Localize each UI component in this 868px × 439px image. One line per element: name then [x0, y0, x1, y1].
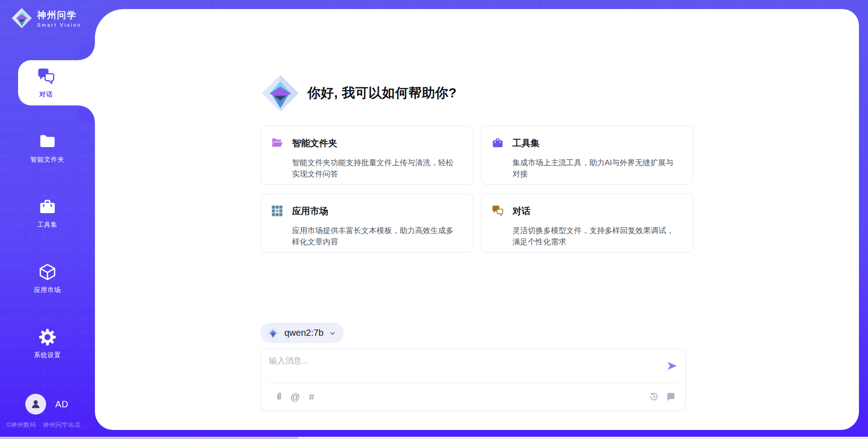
attachment-button[interactable]	[274, 391, 284, 402]
brand-name: 神州问学	[37, 9, 81, 21]
history-icon	[649, 392, 659, 401]
brand-logo: 神州问学 Smart Vision	[11, 7, 81, 29]
card-smart-folder[interactable]: 智能文件夹 智能文件夹功能支持批量文件上传与清洗，轻松实现文件问答	[260, 126, 473, 185]
history-button[interactable]	[648, 391, 659, 402]
briefcase-icon	[38, 197, 57, 216]
folder-open-icon	[271, 137, 283, 149]
greeting-title: 你好, 我可以如何帮助你?	[307, 84, 457, 102]
mention-button[interactable]: @	[290, 391, 301, 402]
card-app-market[interactable]: 应用市场 应用市场提供丰富长文本模板，助力高效生成多样化文章内容	[260, 194, 473, 253]
sidebar-item-label: 系统设置	[34, 351, 61, 359]
card-description: 应用市场提供丰富长文本模板，助力高效生成多样化文章内容	[292, 225, 463, 252]
avatar	[25, 394, 46, 415]
chat-bubbles-icon	[491, 205, 504, 217]
send-icon	[666, 360, 678, 372]
sidebar-item-smart-folder[interactable]: 智能文件夹	[0, 125, 95, 171]
person-icon	[29, 398, 42, 410]
sidebar-item-label: 工具集	[38, 221, 58, 229]
card-description: 智能文件夹功能支持批量文件上传与清洗，轻松实现文件问答	[292, 157, 463, 184]
horizontal-scrollbar	[0, 437, 868, 439]
copyright-text: ©神州数码 · 神州问学出品	[6, 421, 81, 429]
card-title: 工具集	[513, 137, 684, 154]
card-title: 智能文件夹	[292, 137, 463, 154]
paperclip-icon	[274, 392, 284, 401]
chat-bubbles-icon	[37, 67, 56, 86]
brand-diamond-icon	[260, 73, 300, 113]
sidebar-item-label: 智能文件夹	[31, 156, 65, 164]
sidebar-item-label: 对话	[39, 91, 53, 99]
message-input[interactable]	[269, 355, 649, 379]
user-name: AD	[55, 399, 69, 410]
folder-icon	[38, 132, 57, 151]
card-description: 集成市场上主流工具，助力AI与外界无缝扩展与对接	[513, 157, 684, 184]
hash-icon: #	[309, 392, 314, 401]
chevron-down-icon	[329, 329, 336, 337]
model-selector[interactable]: qwen2:7b	[260, 323, 344, 343]
card-description: 灵活切换多模型文件，支持多样回复效果调试，满足个性化需求	[513, 225, 684, 252]
sidebar-item-label: 应用市场	[34, 286, 61, 294]
hashtag-button[interactable]: #	[306, 391, 317, 402]
message-composer: @ #	[260, 348, 686, 411]
sidebar-item-system-settings[interactable]: 系统设置	[0, 321, 95, 366]
mention-icon: @	[290, 392, 300, 401]
sidebar: 神州问学 Smart Vision 对话 智能文件夹	[0, 0, 95, 439]
card-chat[interactable]: 对话 灵活切换多模型文件，支持多样回复效果调试，满足个性化需求	[481, 194, 694, 253]
cube-icon	[38, 262, 57, 282]
greeting-block: 你好, 我可以如何帮助你?	[260, 73, 693, 113]
model-name: qwen2:7b	[284, 328, 324, 338]
feature-cards: 智能文件夹 智能文件夹功能支持批量文件上传与清洗，轻松实现文件问答 工具集 集成…	[260, 126, 693, 253]
brand-subtitle: Smart Vision	[37, 22, 81, 28]
sidebar-item-chat[interactable]: 对话	[18, 60, 95, 105]
card-title: 对话	[513, 205, 684, 222]
grid-cube-icon	[271, 205, 283, 217]
sidebar-nav: 对话 智能文件夹 工具集	[0, 60, 95, 386]
sidebar-item-app-market[interactable]: 应用市场	[0, 256, 95, 301]
quick-phrase-button[interactable]	[665, 391, 676, 402]
send-button[interactable]	[666, 360, 678, 372]
card-toolset[interactable]: 工具集 集成市场上主流工具，助力AI与外界无缝扩展与对接	[481, 126, 694, 185]
briefcase-icon	[491, 137, 504, 149]
horizontal-scrollbar-thumb[interactable]	[0, 437, 298, 439]
brand-diamond-icon	[267, 327, 279, 339]
sidebar-item-toolset[interactable]: 工具集	[0, 191, 95, 236]
gear-icon	[38, 328, 57, 347]
brand-diamond-icon	[11, 7, 33, 29]
composer-toolbar: @ #	[261, 383, 685, 410]
main-panel: 你好, 我可以如何帮助你? 智能文件夹 智能文件夹功能支持批量文件上传与清洗，轻…	[95, 9, 859, 430]
user-account-button[interactable]: AD	[25, 394, 69, 415]
quick-phrase-icon	[665, 391, 676, 402]
card-title: 应用市场	[292, 205, 463, 222]
